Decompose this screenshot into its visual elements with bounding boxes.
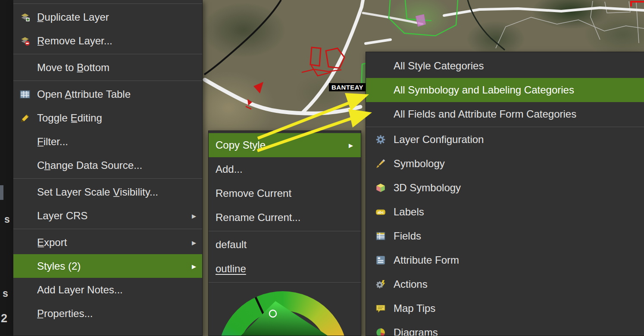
empty-icon-slot — [19, 284, 31, 296]
fields-icon — [375, 230, 387, 242]
duplicate-layer-icon — [19, 11, 31, 23]
menu-item-filter[interactable]: F̲ilter... — [13, 130, 202, 153]
menu-item-label: Diagrams — [394, 327, 644, 336]
svg-text:abc: abc — [378, 210, 384, 215]
menu-item-label: E̲xport — [37, 236, 188, 249]
symbology-icon — [375, 158, 387, 170]
menu-item-label: Set Layer Scale V̲isibility... — [37, 186, 196, 198]
panel-sliver — [0, 185, 3, 200]
menu-item-label: default — [216, 239, 353, 251]
menu-item-label: Move to B̲ottom — [37, 62, 196, 74]
empty-icon-slot — [19, 308, 31, 320]
map-red-marker — [246, 106, 251, 109]
menu-item-label: F̲ilter... — [37, 136, 196, 148]
menu-item-properties[interactable]: P̲roperties... — [13, 302, 202, 325]
menu-item-symbology[interactable]: Symbology — [366, 152, 644, 176]
menu-item-label: D̲uplicate Layer — [37, 11, 196, 23]
menu-item-label: Ch̲ange Data Source... — [37, 159, 196, 171]
map-place-label: BANTEAY — [329, 83, 366, 91]
clipped-text: s — [4, 214, 10, 225]
layer-context-menu: D̲uplicate Layer R̲emove Layer... Move t… — [13, 0, 203, 336]
empty-icon-slot — [375, 108, 387, 120]
empty-icon-slot — [375, 60, 387, 72]
menu-item-label: Toggle E̲diting — [37, 112, 196, 124]
menu-separator — [209, 231, 361, 231]
menu-separator — [366, 127, 644, 127]
menu-separator — [13, 178, 202, 179]
menu-separator — [13, 3, 202, 4]
menu-item-label: P̲roperties... — [37, 308, 196, 320]
empty-icon-slot — [19, 210, 31, 222]
map-boundary-black — [204, 0, 281, 75]
menu-item-duplicate-layer[interactable]: D̲uplicate Layer — [13, 5, 202, 29]
map-red-marker — [253, 82, 263, 93]
menu-item-fields[interactable]: Fields — [366, 224, 644, 248]
menu-item-toggle-editing[interactable]: Toggle E̲diting — [13, 106, 202, 130]
menu-item-layer-configuration[interactable]: Layer Configuration — [366, 128, 644, 152]
menu-item-label: Remove Current — [216, 187, 353, 199]
menu-item-label: Open A̲ttribute Table — [37, 88, 196, 100]
3d-symbology-icon — [375, 182, 387, 194]
remove-layer-icon — [19, 35, 31, 47]
menu-item-set-layer-scale-visibility[interactable]: Set Layer Scale V̲isibility... — [13, 180, 202, 204]
menu-item-3d-symbology[interactable]: 3D Symbology — [366, 176, 644, 200]
layers-panel-edge: s s 2 — [0, 0, 13, 336]
menu-item-label: Add... — [216, 163, 353, 175]
menu-item-attribute-form[interactable]: Attribute Form — [366, 248, 644, 272]
menu-item-label: Symbology — [394, 158, 644, 170]
menu-item-add-style[interactable]: Add... — [209, 157, 361, 181]
menu-item-label: All Style Categories — [394, 60, 644, 72]
menu-item-remove-current[interactable]: Remove Current — [209, 181, 361, 205]
menu-item-label: Add Layer Notes... — [37, 284, 196, 296]
menu-item-label: Fields — [394, 230, 644, 242]
menu-item-add-layer-notes[interactable]: Add Layer Notes... — [13, 278, 202, 302]
menu-item-label: All Fields and Attribute Form Categories — [394, 108, 644, 120]
menu-item-rename-current[interactable]: Rename Current... — [209, 205, 361, 230]
menu-item-label: 3D Symbology — [394, 182, 644, 194]
menu-item-layer-crs[interactable]: Layer CRS ▸ — [13, 204, 202, 227]
menu-item-styles[interactable]: Styles (2) ▸ — [13, 254, 202, 278]
color-wheel[interactable] — [218, 291, 347, 336]
empty-icon-slot — [19, 62, 31, 74]
menu-item-label: Styles (2) — [37, 260, 188, 272]
menu-item-actions[interactable]: Actions — [366, 272, 644, 296]
menu-item-style-outline[interactable]: outline — [209, 257, 361, 281]
menu-item-diagrams[interactable]: Diagrams — [366, 320, 644, 336]
menu-item-move-to-bottom[interactable]: Move to B̲ottom — [13, 56, 202, 79]
menu-item-all-fields-attribute-form[interactable]: All Fields and Attribute Form Categories — [366, 102, 644, 126]
menu-item-label: Rename Current... — [216, 212, 353, 224]
menu-item-labels[interactable]: abc Labels — [366, 200, 644, 224]
menu-item-change-data-source[interactable]: Ch̲ange Data Source... — [13, 153, 202, 177]
menu-item-map-tips[interactable]: Map Tips — [366, 296, 644, 320]
map-tips-icon — [375, 302, 387, 314]
styles-submenu: Copy Style ▸ Add... Remove Current Renam… — [208, 131, 361, 336]
hue-marker[interactable] — [256, 297, 264, 315]
menu-item-label: Actions — [394, 278, 644, 290]
empty-icon-slot — [19, 136, 31, 148]
menu-item-label: Attribute Form — [394, 254, 644, 266]
submenu-arrow-icon: ▸ — [192, 211, 196, 221]
menu-item-remove-layer[interactable]: R̲emove Layer... — [13, 29, 202, 53]
saturation-triangle[interactable] — [228, 301, 342, 336]
menu-item-style-default[interactable]: default — [209, 233, 361, 257]
menu-item-label: Map Tips — [394, 302, 644, 314]
menu-item-copy-style[interactable]: Copy Style ▸ — [209, 133, 361, 157]
menu-item-open-attribute-table[interactable]: Open A̲ttribute Table — [13, 82, 202, 106]
menu-item-all-style-categories[interactable]: All Style Categories — [366, 54, 644, 78]
menu-item-label: All Symbology and Labeling Categories — [394, 84, 644, 96]
menu-item-label: Layer CRS — [37, 210, 188, 222]
menu-item-label: Layer Configuration — [394, 134, 644, 146]
menu-separator — [13, 54, 202, 54]
copy-style-submenu: All Style Categories All Symbology and L… — [366, 52, 644, 336]
menu-separator — [13, 229, 202, 229]
submenu-arrow-icon: ▸ — [349, 140, 353, 150]
submenu-arrow-icon: ▸ — [192, 237, 196, 248]
clipped-text: 2 — [1, 312, 7, 325]
menu-item-label: outline — [216, 263, 353, 275]
menu-item-export[interactable]: E̲xport ▸ — [13, 230, 202, 254]
menu-separator — [209, 282, 361, 283]
attribute-table-icon — [19, 88, 31, 100]
labels-icon: abc — [375, 206, 387, 218]
empty-icon-slot — [19, 236, 31, 249]
menu-item-all-symbology-labeling[interactable]: All Symbology and Labeling Categories — [366, 78, 644, 102]
